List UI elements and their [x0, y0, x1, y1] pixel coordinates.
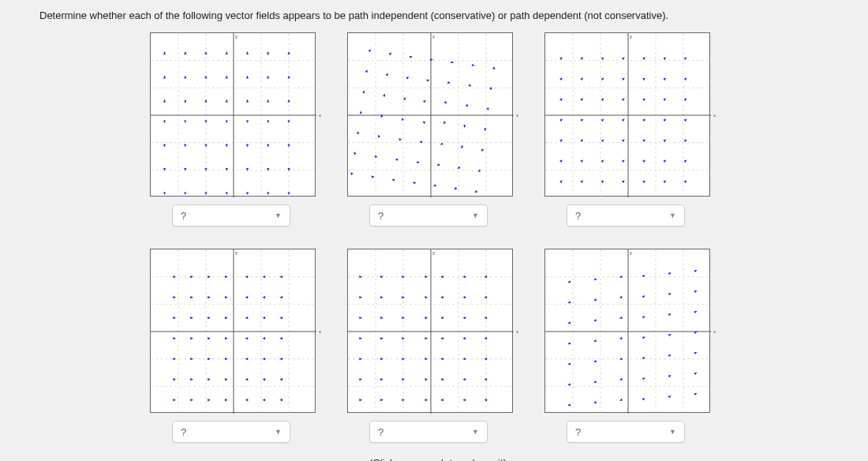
svg-line-562: [545, 277, 559, 286]
answer-select-2[interactable]: ? ▼: [369, 204, 488, 227]
vector-plot-2[interactable]: xy: [347, 32, 513, 197]
svg-marker-267: [601, 57, 604, 60]
svg-marker-643: [694, 311, 698, 313]
svg-marker-191: [458, 166, 461, 168]
chevron-down-icon: ▼: [275, 212, 282, 219]
svg-marker-141: [383, 94, 385, 97]
svg-marker-391: [245, 399, 249, 401]
answer-select-4[interactable]: ? ▼: [172, 421, 290, 443]
svg-marker-215: [492, 67, 496, 70]
svg-marker-583: [593, 360, 597, 362]
svg-marker-601: [619, 317, 623, 319]
svg-marker-247: [580, 118, 583, 122]
svg-marker-97: [287, 168, 290, 171]
svg-marker-29: [184, 144, 186, 148]
svg-marker-609: [642, 378, 645, 380]
vector-plot-6[interactable]: xy: [544, 249, 710, 413]
svg-marker-317: [684, 118, 687, 122]
svg-marker-393: [245, 378, 249, 380]
svg-marker-313: [684, 159, 687, 163]
svg-marker-519: [462, 337, 466, 339]
svg-marker-173: [430, 58, 433, 61]
svg-marker-423: [279, 358, 282, 360]
svg-marker-405: [262, 399, 265, 401]
answer-select-1[interactable]: ? ▼: [172, 204, 290, 227]
svg-marker-275: [622, 118, 625, 122]
vector-plot-4[interactable]: xy: [150, 249, 316, 413]
svg-marker-323: [684, 57, 687, 60]
svg-marker-175: [433, 184, 436, 186]
svg-marker-493: [425, 317, 428, 319]
svg-marker-171: [427, 79, 430, 81]
svg-marker-147: [391, 179, 395, 182]
svg-marker-377: [225, 399, 228, 401]
svg-marker-239: [559, 57, 563, 60]
svg-marker-315: [684, 139, 687, 142]
vector-plot-1[interactable]: xy: [150, 32, 316, 197]
svg-marker-585: [593, 339, 597, 342]
svg-marker-283: [642, 180, 645, 183]
svg-marker-403: [245, 275, 249, 278]
svg-marker-279: [622, 77, 625, 81]
vector-plot-3[interactable]: xy: [544, 32, 710, 197]
svg-marker-281: [622, 57, 625, 60]
svg-marker-213: [489, 87, 492, 90]
svg-marker-185: [447, 81, 451, 84]
answer-select-4-label: ?: [181, 426, 186, 438]
svg-marker-461: [380, 358, 383, 360]
chevron-down-icon: ▼: [472, 428, 479, 436]
field-cell-3: xy ? ▼: [544, 32, 726, 227]
chevron-down-icon: ▼: [669, 428, 676, 436]
chevron-down-icon: ▼: [472, 212, 479, 219]
svg-marker-359: [190, 296, 193, 298]
svg-marker-319: [684, 98, 687, 101]
svg-marker-75: [246, 99, 249, 103]
svg-marker-611: [642, 358, 645, 360]
svg-marker-363: [208, 399, 211, 401]
svg-marker-505: [440, 337, 443, 339]
svg-marker-579: [593, 401, 597, 403]
vector-plot-5[interactable]: xy: [347, 249, 513, 413]
svg-marker-339: [173, 358, 176, 360]
answer-select-5[interactable]: ? ▼: [369, 421, 488, 443]
svg-marker-419: [279, 399, 282, 401]
svg-marker-193: [461, 145, 464, 148]
svg-marker-159: [410, 56, 413, 58]
svg-marker-427: [279, 317, 282, 319]
svg-marker-395: [245, 358, 249, 360]
svg-marker-125: [360, 111, 362, 114]
svg-marker-539: [484, 275, 487, 278]
svg-marker-425: [279, 337, 282, 339]
svg-marker-455: [359, 275, 362, 278]
svg-marker-457: [380, 399, 383, 401]
svg-marker-567: [567, 383, 571, 385]
svg-marker-449: [359, 337, 362, 339]
svg-marker-189: [454, 187, 457, 189]
svg-marker-351: [190, 378, 193, 380]
svg-marker-415: [262, 296, 265, 298]
svg-marker-65: [226, 51, 228, 54]
svg-marker-589: [593, 298, 597, 301]
svg-marker-41: [204, 168, 207, 171]
svg-marker-271: [622, 159, 625, 163]
svg-marker-485: [425, 399, 428, 401]
svg-marker-603: [619, 296, 623, 298]
svg-marker-49: [204, 75, 207, 78]
svg-marker-87: [267, 120, 269, 123]
svg-marker-411: [262, 337, 265, 339]
svg-marker-639: [694, 352, 698, 354]
svg-marker-477: [402, 337, 405, 339]
answer-select-6[interactable]: ? ▼: [567, 421, 685, 443]
svg-marker-167: [423, 121, 426, 124]
svg-marker-413: [262, 317, 265, 319]
svg-marker-337: [173, 378, 176, 380]
svg-marker-617: [642, 296, 645, 298]
answer-select-3[interactable]: ? ▼: [567, 204, 685, 227]
svg-marker-251: [580, 77, 583, 81]
svg-marker-259: [601, 139, 604, 142]
svg-marker-181: [443, 122, 446, 125]
svg-line-560: [545, 298, 559, 306]
svg-marker-381: [225, 358, 228, 360]
svg-marker-593: [619, 399, 623, 401]
svg-marker-133: [371, 176, 374, 178]
